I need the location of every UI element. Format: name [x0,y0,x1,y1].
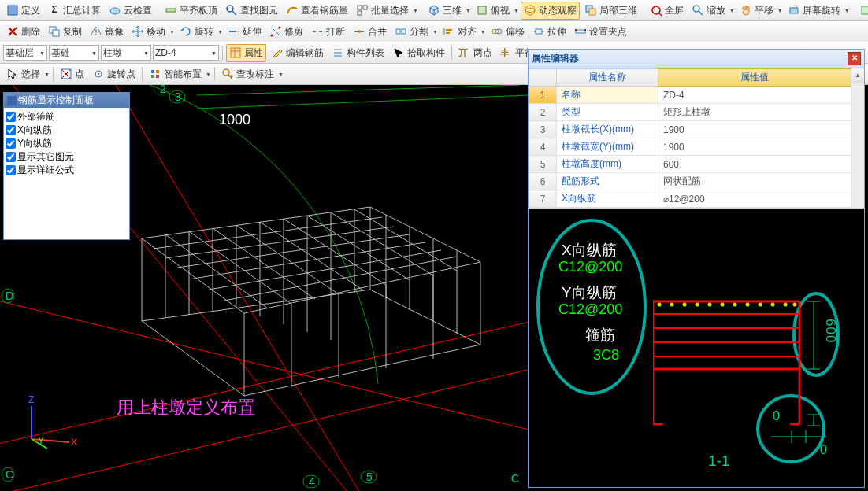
dropdown-arrow-icon[interactable]: ▼ [217,29,223,35]
cube-icon [428,4,440,17]
chk-x-longitudinal[interactable]: X向纵筋 [6,124,128,137]
property-button[interactable]: 属性 [226,44,266,62]
dropdown-arrow-icon[interactable]: ▼ [169,29,175,35]
svg-line-84 [213,228,315,299]
chk-y-longitudinal[interactable]: Y向纵筋 [6,137,128,150]
extend-button[interactable]: 延伸 [224,23,265,41]
smart-layout-button[interactable]: 智能布置 [146,65,205,83]
layer-dropdown[interactable]: 基础层▼ [3,45,47,61]
dim-600: 600 [822,319,838,343]
screen-rotate-icon [788,4,800,17]
table-row[interactable]: 3 柱墩截长(X)(mm) 1900 [529,121,851,138]
close-button[interactable]: ✕ [848,52,861,65]
rebar-display-panel: 钢筋显示控制面板 外部箍筋 X向纵筋 Y向纵筋 显示其它图元 显示详细公式 [3,92,130,240]
svg-rect-37 [576,30,585,33]
pan-button[interactable]: 平移 [736,2,777,20]
dropdown-arrow-icon[interactable]: ▼ [466,8,471,13]
view-rebar-button[interactable]: 查看钢筋量 [283,2,351,20]
find-graphic-button[interactable]: 查找图元 [222,2,281,20]
dynamic-view-button[interactable]: 动态观察 [521,2,580,20]
property-scrollbar[interactable]: ▲ [851,68,864,208]
3d-button[interactable]: 三维 [425,2,465,20]
chk-show-formulas[interactable]: 显示详细公式 [6,164,128,177]
component-list-button[interactable]: 构件列表 [328,44,388,62]
col-header-value[interactable]: 属性值 [658,69,851,87]
svg-rect-51 [151,70,154,73]
top-view-button[interactable]: 俯视 [473,2,513,20]
category-dropdown[interactable]: 基础▼ [49,45,99,61]
mirror-button[interactable]: 镜像 [87,23,127,41]
svg-text:2: 2 [160,85,166,95]
rotate-icon [180,25,192,38]
table-row[interactable]: 4 柱墩截宽(Y)(mm) 1900 [529,138,851,156]
setpoint-button[interactable]: 设置夹点 [571,23,630,41]
svg-point-139 [721,303,725,307]
trim-button[interactable]: 修剪 [266,23,306,41]
chk-outer-stirrup[interactable]: 外部箍筋 [6,110,128,124]
chk-show-others[interactable]: 显示其它图元 [6,150,128,164]
split-button[interactable]: 分割 [391,23,432,41]
table-row[interactable]: 2 类型 矩形上柱墩 [529,104,851,121]
fullscreen-button[interactable]: 全屏 [647,2,687,20]
last-button[interactable]: 讠 [856,2,868,20]
dropdown-arrow-icon[interactable]: ▼ [844,8,850,13]
trim-icon [269,25,282,38]
select-button[interactable]: 选择 [3,65,43,83]
dropdown-arrow-icon[interactable]: ▼ [432,29,438,35]
section-label: 1-1 [708,452,729,471]
rotate-button[interactable]: 旋转 [176,23,217,41]
svg-point-142 [759,303,762,307]
batch-select-button[interactable]: 批量选择 [353,2,412,20]
dropdown-arrow-icon[interactable]: ▼ [413,8,418,13]
svg-rect-6 [363,6,367,9]
table-row[interactable]: 7 X向纵筋 ⌀12@200 [529,190,851,208]
stretch-button[interactable]: 拉伸 [529,23,569,41]
rebar-panel-title[interactable]: 钢筋显示控制面板 [4,93,129,108]
merge-button[interactable]: 合并 [350,23,390,41]
dropdown-arrow-icon[interactable]: ▼ [480,29,486,35]
cloud-check-button[interactable]: 云检查 [106,2,155,20]
sum-button[interactable]: Σ汇总计算 [45,2,104,20]
local-3d-button[interactable]: 局部三维 [581,2,640,20]
dropdown-arrow-icon[interactable]: ▼ [278,72,284,77]
type-dropdown[interactable]: 柱墩▼ [101,45,151,61]
rebar-icon [286,4,299,17]
item-dropdown[interactable]: ZD-4▼ [153,45,219,61]
svg-rect-0 [8,6,17,15]
pick-component-button[interactable]: 拾取构件 [389,44,448,62]
delete-button[interactable]: 删除 [3,23,43,41]
local3d-icon [584,4,597,17]
property-editor-titlebar[interactable]: 属性编辑器 ✕ [529,50,864,68]
define-button[interactable]: 定义 [3,2,43,20]
zoom-icon [692,4,704,17]
copy-button[interactable]: 复制 [45,23,85,41]
edit-rebar-button[interactable]: 编辑钢筋 [268,44,327,62]
offset-button[interactable]: 偏移 [488,23,528,41]
break-button[interactable]: 打断 [308,23,348,41]
review-annot-button[interactable]: 查改标注 [218,65,277,83]
section-drawing [653,282,834,487]
table-row[interactable]: 5 柱墩高度(mm) 600 [529,156,851,173]
point-icon [60,68,72,80]
zoom-button[interactable]: 缩放 [688,2,729,20]
dropdown-arrow-icon[interactable]: ▼ [777,8,783,13]
move-button[interactable]: 移动 [128,23,169,41]
svg-rect-120 [7,96,17,105]
svg-line-82 [165,234,268,308]
screen-rotate-button[interactable]: 屏幕旋转 [785,2,844,20]
rotate-point-button[interactable]: 旋转点 [89,65,139,83]
two-point-button[interactable]: 丌两点 [455,44,495,62]
dropdown-arrow-icon[interactable]: ▼ [206,72,211,77]
table-row[interactable]: 1 名称 ZD-4 [529,87,851,104]
col-header-name[interactable]: 属性名称 [557,69,658,87]
dropdown-arrow-icon[interactable]: ▼ [514,8,519,13]
setpoint-icon [574,25,587,38]
svg-rect-54 [156,75,159,78]
align-button[interactable]: 对齐 [440,23,480,41]
point-button[interactable]: 点 [57,65,87,83]
table-row[interactable]: 6 配筋形式 网状配筋 [529,173,851,190]
dropdown-arrow-icon[interactable]: ▼ [729,8,735,13]
fullscreen-icon [650,4,662,17]
flat-top-button[interactable]: 平齐板顶 [161,2,221,20]
dropdown-arrow-icon[interactable]: ▼ [44,72,50,77]
